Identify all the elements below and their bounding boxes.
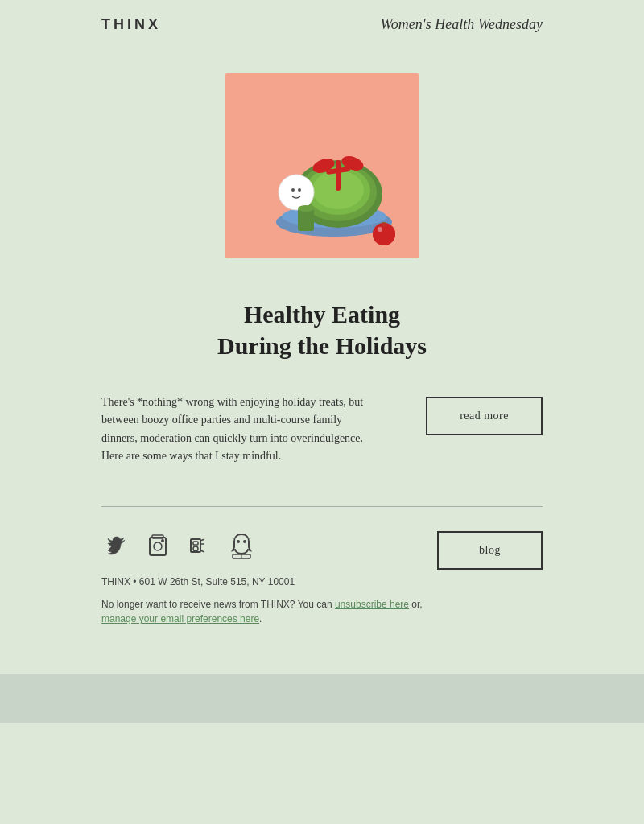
unsubscribe-prefix: No longer want to receive news from THIN… bbox=[101, 599, 335, 610]
content-section: There's *nothing* wrong with enjoying ho… bbox=[0, 377, 644, 498]
article-heading: Healthy Eating During the Holidays bbox=[101, 299, 543, 361]
footer-right: blog bbox=[437, 531, 543, 570]
blog-button[interactable]: blog bbox=[437, 531, 543, 570]
svg-point-25 bbox=[193, 546, 198, 551]
footer-left: THINX • 601 W 26th St, Suite 515, NY 100… bbox=[101, 531, 437, 626]
unsubscribe-middle: or, bbox=[409, 599, 423, 610]
svg-point-17 bbox=[373, 223, 395, 245]
section-divider bbox=[101, 506, 543, 507]
hero-image bbox=[225, 73, 419, 258]
article-title-line2: During the Holidays bbox=[217, 332, 427, 359]
read-more-wrapper: read more bbox=[426, 393, 543, 435]
article-body: There's *nothing* wrong with enjoying ho… bbox=[101, 393, 375, 466]
svg-point-10 bbox=[279, 175, 314, 210]
manage-preferences-link[interactable]: manage your email preferences here bbox=[101, 613, 259, 624]
svg-point-18 bbox=[378, 227, 382, 232]
snapchat-icon[interactable] bbox=[227, 531, 256, 560]
svg-rect-13 bbox=[298, 208, 314, 231]
footer-address: THINX • 601 W 26th St, Suite 515, NY 100… bbox=[101, 576, 437, 587]
svg-rect-24 bbox=[193, 542, 198, 545]
bottom-bar bbox=[0, 674, 644, 723]
twitter-icon[interactable] bbox=[101, 531, 130, 560]
svg-point-30 bbox=[243, 540, 246, 543]
hero-section bbox=[0, 49, 644, 274]
tumblr-icon[interactable] bbox=[185, 531, 214, 560]
instagram-icon[interactable] bbox=[143, 531, 172, 560]
svg-point-29 bbox=[237, 540, 240, 543]
article-title-line1: Healthy Eating bbox=[244, 301, 400, 328]
read-more-button[interactable]: read more bbox=[426, 397, 543, 435]
svg-rect-7 bbox=[336, 160, 341, 191]
svg-point-22 bbox=[161, 539, 164, 542]
svg-point-21 bbox=[154, 542, 162, 550]
email-container: THINX Women's Health Wednesday bbox=[0, 0, 644, 824]
footer: THINX • 601 W 26th St, Suite 515, NY 100… bbox=[0, 531, 644, 658]
svg-point-11 bbox=[291, 188, 295, 192]
svg-point-12 bbox=[298, 188, 301, 192]
header: THINX Women's Health Wednesday bbox=[0, 0, 644, 49]
footer-content: THINX • 601 W 26th St, Suite 515, NY 100… bbox=[101, 531, 543, 626]
hero-illustration bbox=[225, 73, 419, 258]
footer-unsubscribe: No longer want to receive news from THIN… bbox=[101, 597, 437, 626]
svg-point-14 bbox=[298, 205, 314, 212]
unsubscribe-suffix: . bbox=[259, 613, 262, 624]
article-title-section: Healthy Eating During the Holidays bbox=[0, 274, 644, 377]
newsletter-title: Women's Health Wednesday bbox=[381, 16, 543, 33]
unsubscribe-link[interactable]: unsubscribe here bbox=[335, 599, 409, 610]
thinx-logo: THINX bbox=[101, 16, 161, 33]
social-icons-row bbox=[101, 531, 437, 560]
